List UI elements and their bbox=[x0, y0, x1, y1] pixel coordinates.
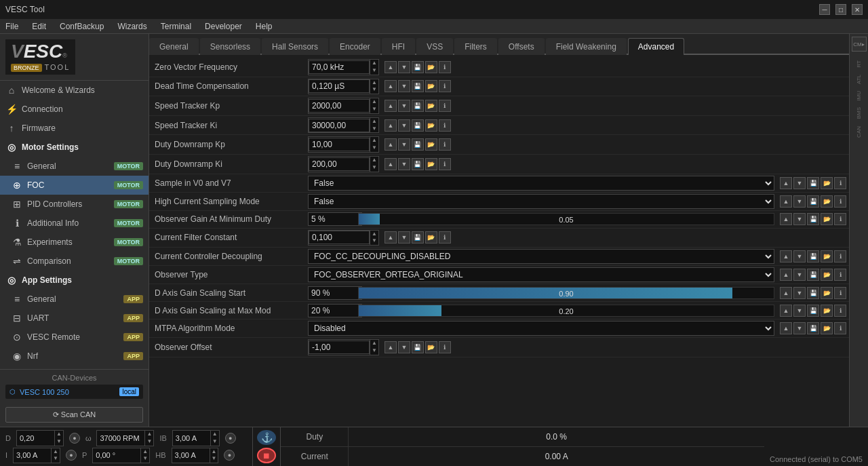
tab-sensorless[interactable]: Sensorless bbox=[200, 38, 260, 55]
w-input[interactable] bbox=[97, 433, 144, 444]
menu-confbackup[interactable]: ConfBackup bbox=[57, 20, 106, 33]
maximize-button[interactable]: □ bbox=[835, 4, 846, 15]
info-btn-6[interactable]: ℹ bbox=[834, 177, 846, 189]
down-btn-13[interactable]: ▼ bbox=[793, 305, 806, 317]
menu-help[interactable]: Help bbox=[253, 20, 275, 33]
w-input-group[interactable]: ▲ ▼ bbox=[96, 430, 154, 446]
slider-input-8[interactable] bbox=[308, 212, 362, 226]
save-btn-5[interactable]: 💾 bbox=[412, 158, 424, 170]
down-btn-11[interactable]: ▼ bbox=[793, 269, 806, 281]
num-up-3[interactable]: ▲ bbox=[370, 118, 378, 125]
sidebar-item-vesc-remote[interactable]: ⊙ VESC Remote APP bbox=[0, 328, 149, 347]
i-input[interactable] bbox=[14, 450, 51, 461]
up-btn-14[interactable]: ▲ bbox=[780, 322, 792, 334]
menu-edit[interactable]: Edit bbox=[29, 20, 49, 33]
num-down-3[interactable]: ▼ bbox=[370, 125, 378, 133]
num-down-5[interactable]: ▼ bbox=[370, 164, 378, 172]
load-btn-7[interactable]: 📂 bbox=[821, 195, 833, 208]
save-btn-2[interactable]: 💾 bbox=[412, 100, 424, 112]
info-btn-10[interactable]: ℹ bbox=[834, 250, 846, 263]
hb-input[interactable] bbox=[172, 450, 210, 461]
p-up[interactable]: ▲ bbox=[141, 448, 149, 456]
menu-file[interactable]: File bbox=[3, 20, 21, 33]
down-btn-8[interactable]: ▼ bbox=[793, 213, 806, 225]
i-down[interactable]: ▼ bbox=[52, 455, 60, 463]
num-input-5[interactable] bbox=[309, 157, 370, 171]
tab-vss[interactable]: VSS bbox=[416, 38, 453, 55]
down-btn-7[interactable]: ▼ bbox=[793, 195, 806, 208]
down-btn-12[interactable]: ▼ bbox=[793, 287, 806, 299]
load-btn-12[interactable]: 📂 bbox=[821, 287, 833, 299]
up-btn-3[interactable]: ▲ bbox=[384, 119, 397, 132]
info-btn-4[interactable]: ℹ bbox=[439, 138, 451, 151]
d-input[interactable] bbox=[17, 433, 54, 444]
select-6[interactable]: FalseTrue bbox=[308, 176, 774, 191]
info-btn-14[interactable]: ℹ bbox=[834, 322, 846, 334]
num-up-5[interactable]: ▲ bbox=[370, 157, 378, 164]
num-group-1[interactable]: ▲▼ bbox=[308, 79, 379, 95]
save-btn-1[interactable]: 💾 bbox=[412, 80, 424, 92]
num-group-4[interactable]: ▲▼ bbox=[308, 136, 379, 153]
info-btn-8[interactable]: ℹ bbox=[834, 213, 846, 225]
hb-circle-btn[interactable]: ● bbox=[224, 450, 235, 461]
num-group-5[interactable]: ▲▼ bbox=[308, 156, 379, 172]
w-down[interactable]: ▼ bbox=[145, 438, 153, 446]
hb-up[interactable]: ▲ bbox=[210, 448, 218, 456]
d-circle-btn[interactable]: ● bbox=[69, 433, 80, 444]
save-btn-12[interactable]: 💾 bbox=[807, 287, 819, 299]
info-btn-1[interactable]: ℹ bbox=[439, 80, 451, 92]
num-input-1[interactable] bbox=[309, 79, 370, 93]
down-btn-5[interactable]: ▼ bbox=[398, 158, 410, 170]
ib-input-group[interactable]: ▲ ▼ bbox=[172, 430, 220, 446]
slider-input-13[interactable] bbox=[308, 304, 362, 317]
save-btn-0[interactable]: 💾 bbox=[412, 61, 424, 73]
save-btn-8[interactable]: 💾 bbox=[807, 213, 819, 225]
num-group-2[interactable]: ▲▼ bbox=[308, 98, 379, 114]
num-group-15[interactable]: ▲▼ bbox=[308, 339, 379, 355]
sidebar-section-motor[interactable]: ◎ Motor Settings bbox=[0, 138, 149, 157]
sidebar-item-connection[interactable]: ⚡ Connection bbox=[0, 100, 149, 119]
menu-wizards[interactable]: Wizards bbox=[115, 20, 149, 33]
menu-terminal[interactable]: Terminal bbox=[158, 20, 194, 33]
p-down[interactable]: ▼ bbox=[141, 455, 149, 463]
info-btn-13[interactable]: ℹ bbox=[834, 305, 846, 317]
sidebar-item-additional-info[interactable]: ℹ Additional Info MOTOR bbox=[0, 214, 149, 233]
up-btn-6[interactable]: ▲ bbox=[780, 177, 792, 189]
tab-encoder[interactable]: Encoder bbox=[330, 38, 380, 55]
select-10[interactable]: FOC_CC_DECOUPLING_DISABLED bbox=[308, 249, 774, 264]
tab-field-weakening[interactable]: Field Weakening bbox=[546, 38, 627, 55]
can-device[interactable]: ⬡ VESC 100 250 local bbox=[5, 385, 143, 399]
down-btn-9[interactable]: ▼ bbox=[398, 231, 410, 244]
up-btn-7[interactable]: ▲ bbox=[780, 195, 792, 208]
tab-advanced[interactable]: Advanced bbox=[628, 38, 684, 55]
save-btn-10[interactable]: 💾 bbox=[807, 250, 819, 263]
num-input-0[interactable] bbox=[309, 60, 370, 74]
save-btn-3[interactable]: 💾 bbox=[412, 119, 424, 132]
ib-up[interactable]: ▲ bbox=[211, 431, 219, 438]
num-up-0[interactable]: ▲ bbox=[370, 60, 378, 67]
up-btn-0[interactable]: ▲ bbox=[384, 61, 397, 73]
down-btn-10[interactable]: ▼ bbox=[793, 250, 806, 263]
num-input-2[interactable] bbox=[309, 99, 370, 113]
up-btn-12[interactable]: ▲ bbox=[780, 287, 792, 299]
down-btn-4[interactable]: ▼ bbox=[398, 138, 410, 151]
d-input-group[interactable]: ▲ ▼ bbox=[16, 430, 64, 446]
up-btn-1[interactable]: ▲ bbox=[384, 80, 397, 92]
save-btn-7[interactable]: 💾 bbox=[807, 195, 819, 208]
num-up-9[interactable]: ▲ bbox=[370, 231, 378, 238]
close-button[interactable]: ✕ bbox=[852, 4, 863, 15]
num-input-3[interactable] bbox=[309, 119, 370, 132]
rtb-cm-button[interactable]: CM▸ bbox=[852, 37, 867, 52]
sidebar-item-general[interactable]: ≡ General MOTOR bbox=[0, 157, 149, 176]
load-btn-8[interactable]: 📂 bbox=[821, 213, 833, 225]
sidebar-item-nrf[interactable]: ◉ Nrf APP bbox=[0, 347, 149, 366]
slider-track-12[interactable]: 0.90 bbox=[358, 287, 774, 299]
load-btn-3[interactable]: 📂 bbox=[425, 119, 437, 132]
down-btn-15[interactable]: ▼ bbox=[398, 341, 410, 353]
w-up[interactable]: ▲ bbox=[145, 431, 153, 438]
d-up[interactable]: ▲ bbox=[55, 431, 63, 438]
slider-track-8[interactable]: 0.05 bbox=[358, 213, 774, 225]
hb-input-group[interactable]: ▲ ▼ bbox=[172, 448, 219, 464]
info-btn-5[interactable]: ℹ bbox=[439, 158, 451, 170]
down-btn-1[interactable]: ▼ bbox=[398, 80, 410, 92]
